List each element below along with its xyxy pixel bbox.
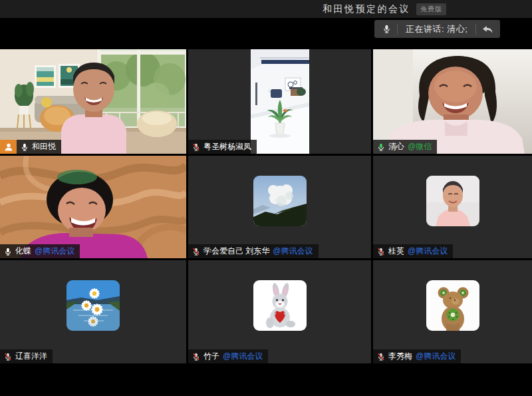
title-bar: 和田悦预定的会议 免费版 [0,0,532,18]
mic-muted-icon [377,247,385,256]
tile-hetianyue[interactable]: 和田悦 [0,49,186,154]
participant-source-suffix: @腾讯会议 [273,246,313,257]
meeting-window: { "window": { "title": "和田悦预定的会议", "badg… [0,0,532,396]
mic-muted-icon [192,352,200,361]
avatar-rabbit-heart [253,280,307,331]
avatar-cloud-landscape [253,176,307,226]
name-plate: 辽喜洋洋 [0,349,53,363]
tile-liaoxiyangyang[interactable]: 辽喜洋洋 [0,260,186,363]
participant-name: 和田悦 [32,141,56,152]
name-plate: 竹子@腾讯会议 [188,349,268,363]
mic-on-icon [4,247,12,256]
name-plate: 和田悦 [17,140,61,154]
name-plate: 清心@微信 [373,140,437,154]
now-speaking-text: 正在讲话: 清心; [400,23,473,35]
host-badge-icon [0,140,17,154]
tile-guiying[interactable]: 桂英@腾讯会议 [373,156,532,258]
name-plate: 粤圣树杨淑凤 [188,140,257,154]
video-feed-closeup [373,49,532,154]
video-feed-living-room [0,49,186,154]
tile-yueshengshu[interactable]: 粤圣树杨淑凤 [188,49,371,154]
participant-source-suffix: @腾讯会议 [408,246,448,257]
participant-source-suffix: @腾讯会议 [223,351,263,362]
avatar-woman-pink [426,176,479,226]
video-feed-portrait-room [251,49,309,154]
avatar-kiwi-bear [426,280,479,331]
divider [475,24,476,35]
now-speaking-toast: 正在讲话: 清心; [374,20,500,38]
tile-huadie[interactable]: 化蝶@腾讯会议 [0,156,186,258]
microphone-icon [378,24,394,34]
name-plate: 桂英@腾讯会议 [373,244,453,258]
name-plate: 化蝶@腾讯会议 [0,244,80,258]
participant-source-suffix: @腾讯会议 [35,246,74,257]
tile-qingxin[interactable]: 清心@微信 [373,49,532,154]
mic-muted-icon [192,142,200,152]
tile-lixiumei[interactable]: 李秀梅@腾讯会议 [373,260,532,363]
participant-grid: 和田悦 [0,49,532,363]
participant-name: 化蝶 [15,246,31,257]
participant-source-suffix: @腾讯会议 [416,351,456,362]
mic-speaking-icon [377,142,385,152]
avatar-daisies-lake [66,280,120,331]
mic-muted-icon [377,352,385,361]
participant-name: 桂英 [388,246,404,257]
participant-name: 李秀梅 [388,351,412,362]
divider [397,24,398,35]
participant-name: 辽喜洋洋 [15,351,47,362]
name-plate: 李秀梅@腾讯会议 [373,349,461,363]
name-plate: 学会爱自己 刘东华@腾讯会议 [188,244,319,258]
participant-name: 清心 [388,141,404,152]
video-feed-swirl [0,156,186,258]
reply-arrow-icon[interactable] [479,21,496,37]
mic-muted-icon [192,247,200,256]
mic-muted-icon [4,352,12,361]
meeting-title: 和田悦预定的会议 [323,3,410,15]
mic-on-icon [21,142,29,152]
tile-liudonghua[interactable]: 学会爱自己 刘东华@腾讯会议 [188,156,371,258]
participant-source-suffix: @微信 [408,141,432,152]
participant-name: 粤圣树杨淑凤 [203,141,251,152]
participant-name: 学会爱自己 刘东华 [203,246,269,257]
tile-zhuzi[interactable]: 竹子@腾讯会议 [188,260,371,363]
free-version-badge[interactable]: 免费版 [416,3,446,15]
participant-name: 竹子 [203,351,219,362]
